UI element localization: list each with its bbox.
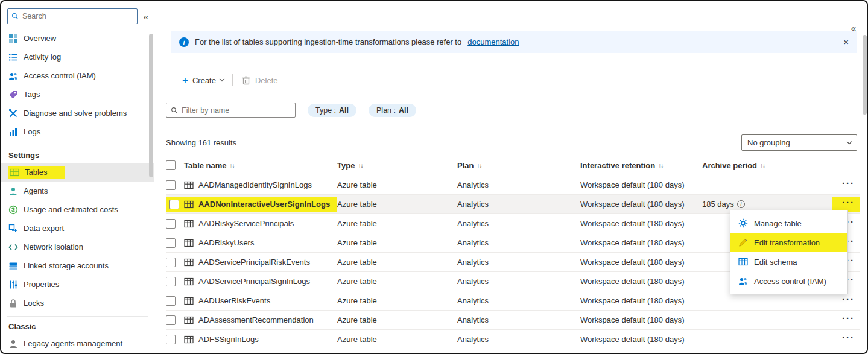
highlight-icon-wrap: [184, 197, 198, 212]
sidebar-item-label: Diagnose and solve problems: [24, 109, 127, 118]
table-name-cell[interactable]: AADManagedIdentitySignInLogs: [198, 180, 337, 189]
table-header-row: Table name ↑↓ Type ↑↓ Plan ↑↓ Interactiv…: [166, 156, 860, 175]
sidebar-item-label: Tags: [24, 90, 40, 99]
column-header-table-name[interactable]: Table name ↑↓: [184, 161, 337, 170]
table-name-cell[interactable]: ADFSSignInLogs: [198, 335, 337, 344]
table-row[interactable]: ADFSSignInLogs Azure table Analytics Wor…: [166, 330, 860, 349]
sidebar-search-input[interactable]: [22, 12, 133, 21]
sidebar-collapse-icon[interactable]: «: [142, 11, 150, 22]
sidebar-item-label: Access control (IAM): [24, 71, 96, 80]
table-name-cell[interactable]: AADServicePrincipalRiskEvents: [198, 258, 337, 267]
delete-button[interactable]: Delete: [241, 75, 278, 85]
context-menu-manage-table[interactable]: Manage table: [730, 213, 847, 233]
retention-cell: Workspace default (180 days): [580, 335, 702, 344]
retention-cell: Workspace default (180 days): [580, 296, 702, 305]
column-header-plan[interactable]: Plan ↑↓: [457, 161, 580, 170]
settings-section-header: Settings: [1, 145, 154, 163]
sidebar-item-properties[interactable]: Properties: [1, 275, 154, 294]
results-bar: Showing 161 results No grouping: [166, 134, 857, 151]
row-checkbox[interactable]: [166, 335, 176, 344]
type-filter-pill[interactable]: Type : All: [308, 104, 356, 117]
sidebar-item-label: Properties: [24, 280, 59, 289]
sidebar-item-access-control[interactable]: Access control (IAM): [1, 66, 154, 85]
info-icon: i: [737, 200, 745, 208]
context-menu-edit-transformation[interactable]: Edit transformation: [730, 233, 847, 252]
people-icon: [738, 276, 748, 286]
sidebar-item-overview[interactable]: Overview: [1, 29, 154, 48]
column-header-archive[interactable]: Archive period ↑↓: [702, 161, 832, 170]
sidebar-item-tables[interactable]: Tables: [1, 163, 154, 182]
sidebar-item-label: Tables: [25, 168, 48, 177]
archive-cell: 185 days i: [702, 200, 832, 209]
plan-filter-pill[interactable]: Plan : All: [369, 104, 416, 117]
sidebar-item-label: Logs: [24, 127, 40, 136]
sidebar-item-agents[interactable]: Agents: [1, 182, 154, 200]
main-content: « i For the list of tables supporting in…: [154, 1, 868, 353]
row-checkbox[interactable]: [166, 238, 176, 248]
retention-cell: Workspace default (180 days): [580, 315, 702, 324]
row-checkbox[interactable]: [166, 180, 176, 190]
sidebar-item-linked-storage[interactable]: Linked storage accounts: [1, 256, 154, 275]
type-cell: Azure table: [337, 180, 457, 189]
sidebar-item-data-export[interactable]: Data export: [1, 219, 154, 238]
sidebar-search[interactable]: [7, 8, 138, 24]
row-checkbox[interactable]: [169, 200, 179, 209]
create-button[interactable]: + Create: [182, 75, 224, 86]
plan-cell: Analytics: [457, 335, 580, 344]
results-count: Showing 161 results: [166, 138, 236, 147]
context-menu-edit-schema[interactable]: Edit schema: [730, 252, 847, 271]
context-menu-item-label: Manage table: [754, 219, 802, 228]
sidebar-item-label: Agents: [24, 186, 48, 195]
row-checkbox[interactable]: [166, 296, 176, 306]
table-row[interactable]: AADManagedIdentitySignInLogs Azure table…: [166, 175, 860, 195]
table-name-cell[interactable]: AADNonInteractiveUserSignInLogs: [198, 197, 337, 212]
banner-text: For the list of tables supporting ingest…: [195, 37, 461, 46]
row-more-button[interactable]: ···: [832, 178, 860, 192]
banner-close-icon[interactable]: ×: [843, 37, 849, 47]
sort-icon: ↑↓: [477, 162, 481, 169]
row-checkbox[interactable]: [166, 219, 176, 229]
sidebar-item-tags[interactable]: Tags: [1, 85, 154, 104]
trash-icon: [241, 75, 251, 85]
search-icon: [171, 107, 178, 114]
main-scrollbar[interactable]: [863, 35, 867, 115]
select-all-checkbox[interactable]: [166, 160, 176, 170]
sidebar-item-logs[interactable]: Logs: [1, 122, 154, 141]
row-more-button[interactable]: ···: [832, 313, 860, 327]
plan-cell: Analytics: [457, 238, 580, 247]
network-isolation-icon: [8, 242, 18, 252]
sidebar-item-legacy-agents[interactable]: Legacy agents management: [1, 334, 154, 353]
retention-cell: Workspace default (180 days): [580, 277, 702, 286]
type-cell: Azure table: [337, 258, 457, 267]
delete-button-label: Delete: [255, 76, 278, 85]
table-name-cell[interactable]: AADRiskyServicePrincipals: [198, 219, 337, 228]
table-name-cell[interactable]: AADRiskyUsers: [198, 238, 337, 247]
plan-cell: Analytics: [457, 296, 580, 305]
sidebar-scrollbar[interactable]: [149, 34, 153, 177]
sidebar-item-activity-log[interactable]: Activity log: [1, 48, 154, 66]
row-checkbox[interactable]: [166, 258, 176, 267]
column-header-retention[interactable]: Interactive retention ↑↓: [580, 161, 702, 170]
sidebar-item-usage[interactable]: Usage and estimated costs: [1, 200, 154, 219]
context-menu-access-control[interactable]: Access control (IAM): [730, 271, 847, 291]
sidebar-item-network-isolation[interactable]: Network isolation: [1, 238, 154, 256]
documentation-link[interactable]: documentation: [467, 37, 519, 46]
row-context-menu: Manage table Edit transformation Edit sc…: [730, 210, 848, 294]
sidebar-item-diagnose[interactable]: Diagnose and solve problems: [1, 104, 154, 122]
grouping-dropdown[interactable]: No grouping: [741, 134, 857, 151]
column-header-type[interactable]: Type ↑↓: [337, 161, 457, 170]
table-name-cell[interactable]: AADServicePrincipalSignInLogs: [198, 277, 337, 286]
table-name-cell[interactable]: ADAssessmentRecommendation: [198, 315, 337, 324]
row-more-button[interactable]: ···: [832, 294, 860, 308]
plan-cell: Analytics: [457, 277, 580, 286]
table-row[interactable]: ADAssessmentRecommendation Azure table A…: [166, 311, 860, 330]
sidebar-item-locks[interactable]: Locks: [1, 294, 154, 312]
filter-by-name[interactable]: [166, 103, 296, 118]
row-checkbox[interactable]: [166, 277, 176, 286]
plus-icon: +: [182, 75, 188, 86]
row-checkbox[interactable]: [166, 315, 176, 325]
filter-by-name-input[interactable]: [182, 106, 291, 115]
row-more-button[interactable]: ···: [832, 332, 860, 346]
table-grid-icon: [184, 296, 194, 306]
table-name-cell[interactable]: AADUserRiskEvents: [198, 296, 337, 305]
